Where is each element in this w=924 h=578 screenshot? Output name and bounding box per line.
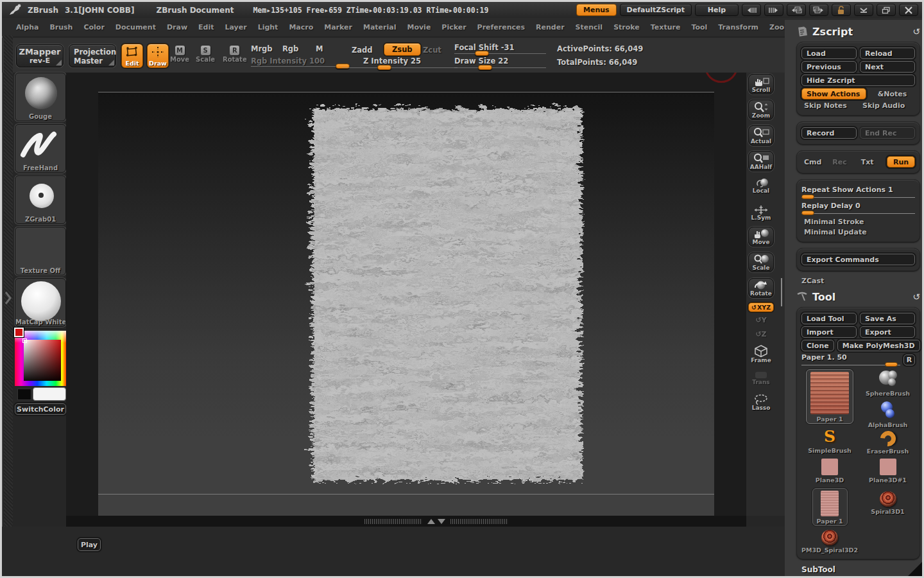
current-stroke-thumb[interactable]: FreeHand <box>15 124 66 173</box>
zmapper-button[interactable]: ZMapper rev-E <box>16 44 64 67</box>
zcut-toggle[interactable]: Zcut <box>423 46 441 55</box>
current-brush-thumb[interactable]: Gouge <box>15 73 66 121</box>
tool-reset-icon[interactable]: ↺ <box>912 292 920 302</box>
m-toggle[interactable]: M <box>316 44 323 53</box>
lock-icon[interactable] <box>832 4 851 16</box>
document-canvas[interactable] <box>66 73 746 516</box>
zscript-load-button[interactable]: Load <box>801 48 857 59</box>
shrink-left-icon[interactable] <box>742 4 761 16</box>
menu-stroke[interactable]: Stroke <box>613 23 640 31</box>
dock-scroll-right[interactable] <box>450 519 508 524</box>
shelf-move-button[interactable]: Move <box>748 227 774 247</box>
menu-color[interactable]: Color <box>83 23 104 31</box>
shelf-aahalf-button[interactable]: AAHalf <box>748 151 774 171</box>
current-texture-thumb[interactable]: Texture Off <box>15 227 66 276</box>
menu-document[interactable]: Document <box>116 23 156 31</box>
current-material-thumb[interactable]: MatCap White C <box>15 278 66 327</box>
draw-button[interactable]: Draw <box>147 44 169 68</box>
replay-delay-slider[interactable]: Replay Delay 0 <box>801 202 915 214</box>
menu-preferences[interactable]: Preferences <box>477 23 525 31</box>
minimal-update-toggle[interactable]: Minimal Update <box>801 228 915 236</box>
shelf-rotate-button[interactable]: Rotate <box>748 278 774 298</box>
menu-render[interactable]: Render <box>536 23 565 31</box>
menu-alpha[interactable]: Alpha <box>16 23 38 31</box>
inventory-simplebrush[interactable]: S SimpleBrush <box>808 427 851 454</box>
tool-slider-knob[interactable] <box>885 362 898 367</box>
shelf-actual-button[interactable]: Actual <box>748 125 774 146</box>
inventory-eraserbrush[interactable]: EraserBrush <box>867 431 909 455</box>
rotate-mode-button[interactable]: R Rotate <box>223 46 247 63</box>
save-as-button[interactable]: Save As <box>860 313 915 324</box>
move-mode-button[interactable]: M Move <box>170 46 189 63</box>
shelf-frame-button[interactable]: Frame <box>748 345 774 363</box>
zscript-previous-button[interactable]: Previous <box>801 61 857 73</box>
mrgb-toggle[interactable]: Mrgb <box>251 44 273 53</box>
menus-button[interactable]: Menus <box>576 4 617 16</box>
close-icon[interactable] <box>899 4 918 16</box>
inventory-plane3d[interactable]: Plane3D <box>816 459 844 484</box>
shelf-zoom-button[interactable]: Zoom <box>748 100 774 120</box>
minimal-stroke-toggle[interactable]: Minimal Stroke <box>801 218 915 226</box>
color-picker[interactable] <box>15 331 66 386</box>
inventory-spherebrush[interactable]: SphereBrush <box>866 369 910 397</box>
left-divider-strip[interactable] <box>4 35 13 578</box>
inventory-plane3d1[interactable]: Plane3D#1 <box>869 459 907 484</box>
primary-color-bar[interactable] <box>33 387 66 401</box>
menu-material[interactable]: Material <box>363 23 396 31</box>
menu-transform[interactable]: Transform <box>718 23 758 31</box>
expand-chevron-icon[interactable] <box>4 291 12 305</box>
repeat-knob[interactable] <box>801 195 814 199</box>
subtool-header[interactable]: SubTool <box>799 565 920 574</box>
inventory-spiral3d1[interactable]: Spiral3D1 <box>871 491 904 515</box>
z-intensity-knob[interactable] <box>377 65 391 70</box>
skip-notes-toggle[interactable]: Skip Notes <box>801 101 857 110</box>
shelf-zrot-button[interactable]: ↺Z <box>748 331 774 338</box>
menu-layer[interactable]: Layer <box>225 23 246 31</box>
txt-toggle[interactable]: Txt <box>859 158 884 166</box>
clone-button[interactable]: Clone <box>801 340 834 351</box>
focal-shift-track[interactable] <box>454 53 546 54</box>
zscript-header[interactable]: Zscript ↺ <box>796 24 920 39</box>
rgb-intensity-slider-label[interactable]: Rgb Intensity 100 <box>251 57 325 66</box>
shelf-trans-button[interactable]: Trans <box>748 371 774 385</box>
edit-button[interactable]: Edit <box>121 44 143 68</box>
zadd-toggle[interactable]: Zadd <box>352 46 373 55</box>
shelf-lsym-button[interactable]: L.Sym <box>748 205 774 221</box>
window-resize-handle[interactable] <box>908 562 922 576</box>
rec-toggle[interactable]: Rec <box>830 158 855 166</box>
shelf-yrot-button[interactable]: ↺Y <box>748 317 774 324</box>
rgb-intensity-track[interactable] <box>251 66 348 67</box>
shelf-local-button[interactable]: Local <box>748 178 774 194</box>
sculpted-paper-object[interactable] <box>291 94 599 493</box>
zscript-reset-icon[interactable]: ↺ <box>912 26 920 37</box>
shelf-scrollbar[interactable] <box>781 278 782 306</box>
z-intensity-track[interactable] <box>342 67 458 68</box>
next-layout-icon[interactable] <box>809 4 828 16</box>
draw-size-knob[interactable] <box>478 65 492 70</box>
help-button[interactable]: Help <box>695 4 739 16</box>
switch-color-button[interactable]: SwitchColor <box>15 403 66 415</box>
record-button[interactable]: Record <box>801 127 857 139</box>
zsub-toggle[interactable]: Zsub <box>384 43 421 56</box>
menu-texture[interactable]: Texture <box>651 23 681 31</box>
inventory-alphabrush[interactable]: AlphaBrush <box>868 401 908 428</box>
shelf-scroll-button[interactable]: Scroll <box>748 74 774 94</box>
current-alpha-thumb[interactable]: ZGrab01 <box>15 175 66 224</box>
saturation-field[interactable] <box>24 340 61 381</box>
export-button[interactable]: Export <box>860 326 915 338</box>
current-color-swatch[interactable] <box>14 328 24 337</box>
zbrush-document[interactable] <box>98 92 714 516</box>
scale-mode-button[interactable]: S Scale <box>196 46 215 63</box>
zcast-label[interactable]: ZCast <box>799 277 920 285</box>
menu-movie[interactable]: Movie <box>407 23 431 31</box>
import-button[interactable]: Import <box>801 326 857 338</box>
hide-zscript-button[interactable]: Hide Zscript <box>801 74 915 86</box>
shelf-xyz-button[interactable]: ↺XYZ <box>748 302 774 312</box>
menu-marker[interactable]: Marker <box>324 23 352 31</box>
replay-knob[interactable] <box>801 211 814 215</box>
inventory-paper1-small[interactable]: Paper 1 <box>812 488 848 526</box>
menu-macro[interactable]: Macro <box>289 23 313 31</box>
menu-light[interactable]: Light <box>258 23 278 31</box>
z-intensity-slider-label[interactable]: Z Intensity 25 <box>363 57 421 66</box>
play-button[interactable]: Play <box>78 538 101 551</box>
